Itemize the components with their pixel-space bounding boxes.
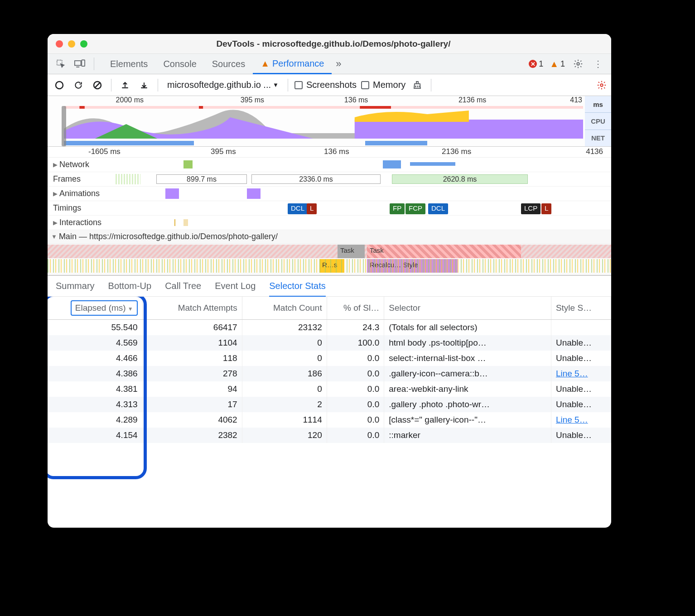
tab-console[interactable]: Console — [155, 54, 204, 74]
main-tabs: Elements Console Sources ▲ Performance »… — [48, 54, 611, 74]
tab-elements[interactable]: Elements — [102, 54, 155, 74]
svg-rect-9 — [79, 106, 84, 109]
svg-rect-11 — [360, 106, 391, 109]
tab-label: Performance — [272, 58, 324, 69]
svg-line-6 — [95, 83, 100, 87]
overview-handle-left[interactable] — [62, 106, 66, 146]
svg-point-3 — [577, 63, 579, 65]
track-frames[interactable]: Frames 899.7 ms 2336.0 ms 2620.8 ms — [48, 172, 611, 187]
warning-icon: ▲ — [550, 59, 559, 69]
overview-chart[interactable]: 2000 ms 395 ms 136 ms 2136 ms 413 — [48, 96, 611, 147]
col-style[interactable]: Style S… — [551, 297, 611, 320]
col-attempts[interactable]: Match Attempts — [142, 297, 242, 320]
error-badge[interactable]: ✕ 1 — [529, 59, 543, 69]
svg-rect-8 — [64, 106, 583, 109]
screenshots-checkbox[interactable]: Screenshots — [294, 80, 357, 90]
minimize-icon[interactable] — [68, 40, 75, 48]
table-row[interactable]: 55.540664172313224.3(Totals for all sele… — [48, 320, 611, 336]
tab-calltree[interactable]: Call Tree — [165, 281, 201, 291]
detail-tabs: Summary Bottom-Up Call Tree Event Log Se… — [48, 276, 611, 297]
window-title: DevTools - microsoftedge.github.io/Demos… — [87, 39, 611, 49]
svg-point-7 — [600, 84, 603, 87]
maximize-icon[interactable] — [80, 40, 87, 48]
tab-sources[interactable]: Sources — [204, 54, 253, 74]
record-icon[interactable] — [52, 78, 67, 92]
col-selector[interactable]: Selector — [384, 297, 551, 320]
table-row[interactable]: 4.3131720.0.gallery .photo .photo-wr…Una… — [48, 397, 611, 412]
close-icon[interactable] — [56, 40, 63, 48]
track-interactions[interactable]: ▶Interactions — [48, 216, 611, 230]
tab-bottomup[interactable]: Bottom-Up — [108, 281, 152, 291]
track-timings[interactable]: Timings DCL L FP FCP DCL LCP L — [48, 201, 611, 216]
tab-performance[interactable]: ▲ Performance — [253, 54, 332, 74]
warning-icon: ▲ — [261, 58, 270, 69]
perf-toolbar: microsoftedge.github.io ...▼ Screenshots… — [48, 74, 611, 96]
track-animations[interactable]: ▶Animations — [48, 187, 611, 201]
overview-side-labels: ms CPU NET — [585, 96, 611, 146]
target-dropdown[interactable]: microsoftedge.github.io ...▼ — [164, 79, 281, 91]
svg-rect-1 — [75, 61, 81, 65]
inspect-icon[interactable] — [54, 57, 68, 71]
col-count[interactable]: Match Count — [242, 297, 327, 320]
tab-selectorstats[interactable]: Selector Stats — [269, 281, 326, 297]
table-row[interactable]: 4.3819400.0area:-webkit-any-linkUnable… — [48, 381, 611, 397]
flame-chart[interactable]: Task Task R…s Recalcu… Style — [48, 244, 611, 275]
col-elapsed[interactable]: Elapsed (ms)▼ — [48, 297, 142, 320]
reload-icon[interactable] — [71, 78, 86, 92]
kebab-icon[interactable]: ⋮ — [591, 57, 605, 71]
memory-checkbox[interactable]: Memory — [361, 80, 405, 90]
table-row[interactable]: 4.56911040100.0html body .ps-tooltip[po…… — [48, 335, 611, 351]
tab-summary[interactable]: Summary — [56, 281, 95, 291]
svg-rect-12 — [48, 245, 611, 258]
warn-badge[interactable]: ▲ 1 — [550, 59, 565, 69]
device-icon[interactable] — [73, 57, 87, 71]
titlebar: DevTools - microsoftedge.github.io/Demos… — [48, 34, 611, 54]
gc-icon[interactable] — [410, 78, 425, 92]
error-icon: ✕ — [529, 60, 537, 68]
table-row[interactable]: 4.15423821200.0::markerUnable… — [48, 428, 611, 443]
main-thread-header[interactable]: ▼Main — https://microsoftedge.github.io/… — [48, 230, 611, 244]
timeline[interactable]: -1605 ms 395 ms 136 ms 2136 ms 4136 ▶Net… — [48, 147, 611, 276]
table-row[interactable]: 4.289406211140.0[class*=" gallery-icon--… — [48, 412, 611, 428]
svg-rect-10 — [199, 106, 203, 109]
traffic-lights — [48, 40, 87, 48]
download-icon[interactable] — [137, 78, 151, 92]
upload-icon[interactable] — [118, 78, 132, 92]
clear-icon[interactable] — [90, 78, 105, 92]
perf-settings-icon[interactable] — [597, 80, 607, 90]
selector-stats-table: Elapsed (ms)▼ Match Attempts Match Count… — [48, 297, 611, 528]
table-row[interactable]: 4.3862781860.0.gallery-icon--camera::b…L… — [48, 366, 611, 381]
devtools-window: DevTools - microsoftedge.github.io/Demos… — [48, 34, 611, 528]
track-network[interactable]: ▶Network — [48, 158, 611, 172]
col-pct[interactable]: % of Sl… — [327, 297, 384, 320]
table-row[interactable]: 4.46611800.0select:-internal-list-box …U… — [48, 351, 611, 366]
svg-rect-2 — [82, 60, 85, 66]
svg-point-4 — [56, 82, 63, 89]
tab-eventlog[interactable]: Event Log — [215, 281, 256, 291]
settings-icon[interactable] — [571, 57, 585, 71]
more-tabs-icon[interactable]: » — [332, 57, 345, 71]
